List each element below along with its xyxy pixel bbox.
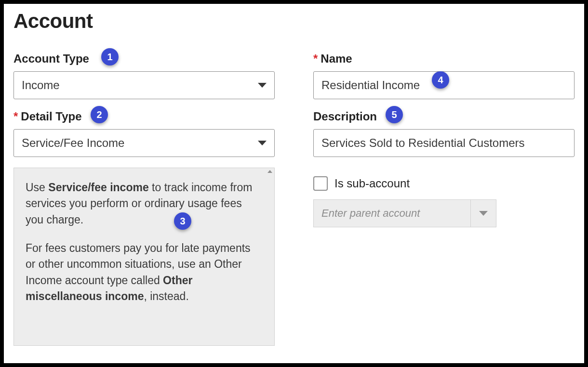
account-type-label-text: Account Type [13, 52, 89, 66]
detail-type-helper: 3 Use Service/fee income to track income… [13, 168, 275, 346]
caret-down-icon [258, 141, 267, 145]
helper-paragraph-2: For fees customers pay you for late paym… [26, 240, 263, 304]
annotation-badge-4: 4 [432, 71, 449, 89]
page-title: Account [13, 10, 575, 33]
account-type-group: 1 Account Type Income [13, 52, 275, 99]
sub-account-checkbox[interactable] [313, 176, 328, 191]
sub-account-row: Is sub-account [313, 176, 575, 191]
detail-type-value: Service/Fee Income [22, 136, 124, 150]
annotation-badge-1: 1 [101, 48, 119, 66]
helper-p1-pre: Use [26, 181, 48, 194]
detail-type-label: * Detail Type [13, 110, 82, 123]
helper-p2-post: , instead. [144, 290, 188, 302]
required-star-icon: * [13, 110, 18, 123]
description-input[interactable]: Services Sold to Residential Customers [313, 129, 575, 157]
required-star-icon: * [313, 52, 318, 66]
account-type-select[interactable]: Income [13, 71, 275, 99]
parent-account-placeholder: Enter parent account [313, 199, 470, 227]
sub-account-label: Is sub-account [334, 177, 410, 190]
helper-p2-pre: For fees customers pay you for late paym… [26, 242, 251, 287]
description-group: 5 Description Services Sold to Residenti… [313, 110, 575, 157]
detail-type-label-text: Detail Type [21, 110, 81, 123]
form-columns: 1 Account Type Income 2 * Detail Type Se… [13, 52, 575, 346]
scroll-up-icon [267, 170, 272, 173]
detail-type-select[interactable]: Service/Fee Income [13, 129, 275, 157]
description-label-text: Description [313, 110, 377, 123]
right-column: 4 * Name Residential Income 5 Descriptio… [313, 52, 575, 346]
name-label: * Name [313, 52, 352, 66]
description-value: Services Sold to Residential Customers [321, 136, 525, 150]
name-value: Residential Income [321, 79, 420, 92]
caret-down-icon [479, 211, 488, 216]
parent-account-select[interactable]: Enter parent account [313, 199, 496, 227]
left-column: 1 Account Type Income 2 * Detail Type Se… [13, 52, 275, 346]
account-type-value: Income [22, 79, 60, 92]
account-type-label: Account Type [13, 52, 89, 66]
name-group: 4 * Name Residential Income [313, 52, 575, 99]
annotation-badge-5: 5 [386, 106, 403, 123]
description-label: Description [313, 110, 377, 123]
parent-account-dropdown-button[interactable] [470, 199, 496, 227]
helper-paragraph-1: Use Service/fee income to track income f… [26, 180, 263, 228]
caret-down-icon [258, 83, 267, 88]
annotation-badge-2: 2 [91, 106, 108, 123]
detail-type-group: 2 * Detail Type Service/Fee Income [13, 110, 275, 157]
annotation-badge-3: 3 [174, 212, 191, 230]
helper-p1-strong: Service/fee income [48, 181, 148, 194]
name-label-text: Name [321, 52, 352, 66]
